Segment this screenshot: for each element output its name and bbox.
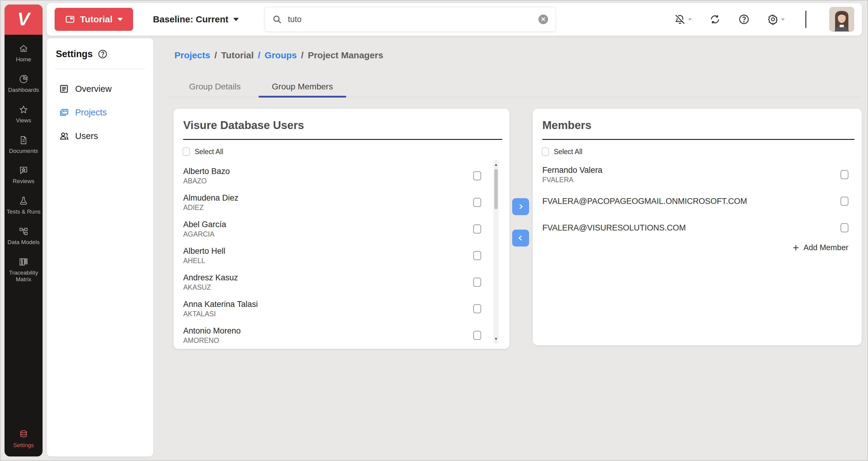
star-icon — [19, 105, 28, 115]
chevron-left-icon — [517, 234, 524, 242]
sidebar-item-label: Home — [16, 56, 31, 63]
visure-logo[interactable]: V — [4, 4, 42, 35]
refresh-button[interactable] — [709, 13, 721, 25]
user-name: Andresz Kasuz — [183, 273, 488, 283]
sidebar-item-data-models[interactable]: Data Models — [4, 227, 42, 246]
sidebar-item-label: Traceability Matrix — [4, 269, 42, 283]
pie-chart-icon — [19, 74, 28, 84]
app-window: V Home Dashboards Views Documents Review… — [0, 0, 868, 461]
settings-nav-overview[interactable]: Overview — [56, 77, 144, 100]
user-checkbox[interactable] — [473, 225, 481, 233]
clear-search-icon[interactable]: ✕ — [538, 15, 548, 24]
user-checkbox[interactable] — [473, 171, 481, 180]
members-panel: Members Select All Fernando Valera FVALE… — [533, 109, 862, 345]
breadcrumb-project-managers: Project Managers — [308, 50, 383, 60]
baseline-selector[interactable]: Baseline: Current — [153, 14, 239, 25]
sync-icon — [709, 13, 721, 25]
breadcrumb-separator: / — [301, 50, 304, 60]
member-name: FVALERA@PACOPAGEOGMAIL.ONMICROSOFT.COM — [542, 197, 747, 206]
user-row: Alberto Bazo ABAZO — [183, 163, 488, 189]
scrollbar-thumb[interactable] — [494, 169, 498, 209]
user-checkbox[interactable] — [473, 331, 481, 340]
user-checkbox[interactable] — [473, 198, 481, 207]
user-name: Anna Katerina Talasi — [183, 300, 488, 309]
user-name: Abel García — [183, 220, 488, 229]
breadcrumb: Projects / Tutorial / Groups / Project M… — [175, 50, 383, 60]
sidebar-item-tests-runs[interactable]: Tests & Runs — [4, 196, 42, 215]
plus-icon — [792, 244, 800, 252]
chevron-down-icon — [233, 18, 239, 21]
sidebar-items: Home Dashboards Views Documents Reviews … — [4, 35, 42, 457]
sidebar-item-reviews[interactable]: Reviews — [4, 166, 42, 184]
sidebar-item-dashboards[interactable]: Dashboards — [4, 74, 42, 93]
sidebar-item-documents[interactable]: Documents — [4, 135, 42, 154]
members-select-all-row: Select All — [542, 147, 583, 156]
move-to-members-button[interactable] — [512, 198, 529, 215]
member-checkbox[interactable] — [840, 197, 848, 206]
user-name: Antonio Moreno — [183, 326, 488, 336]
database-users-title: Visure Database Users — [183, 119, 304, 132]
user-checkbox[interactable] — [473, 304, 481, 313]
help-icon[interactable] — [97, 49, 108, 59]
user-name: Alberto Bazo — [183, 167, 488, 176]
settings-nav-label: Overview — [75, 84, 112, 94]
settings-menu-button[interactable] — [767, 13, 785, 25]
review-bubble-icon — [19, 166, 28, 175]
user-login: ABAZO — [183, 177, 488, 185]
help-button[interactable] — [738, 13, 750, 25]
document-icon — [19, 135, 28, 145]
divider — [55, 68, 146, 69]
scrollbar-down-arrow[interactable]: ▼ — [493, 337, 499, 341]
flask-icon — [19, 196, 28, 206]
sidebar-item-traceability-matrix[interactable]: Traceability Matrix — [4, 257, 42, 283]
avatar-image — [830, 7, 854, 31]
bell-off-icon — [674, 13, 686, 25]
user-row: Antonio Moreno AMORENO — [183, 322, 488, 349]
tab-group-members[interactable]: Group Members — [259, 77, 346, 96]
scrollbar-up-arrow[interactable]: ▲ — [493, 163, 499, 167]
topbar-divider — [805, 10, 806, 28]
breadcrumb-projects[interactable]: Projects — [175, 50, 210, 60]
active-tab-indicator — [259, 96, 346, 97]
tab-group-details[interactable]: Group Details — [171, 77, 259, 96]
member-row: Fernando Valera FVALERA — [542, 163, 862, 187]
matrix-icon — [19, 257, 28, 267]
user-login: AGARCIA — [183, 230, 488, 238]
main-sidebar: V Home Dashboards Views Documents Review… — [4, 4, 42, 457]
sidebar-item-settings[interactable]: Settings — [4, 430, 42, 449]
member-checkbox[interactable] — [840, 170, 848, 179]
sidebar-item-home[interactable]: Home — [4, 44, 42, 63]
user-row: Andresz Kasuz AKASUZ — [183, 269, 488, 295]
search-input[interactable] — [287, 15, 538, 25]
sidebar-item-label: Dashboards — [8, 87, 39, 93]
member-name: FVALERA@VISURESOLUTIONS.COM — [542, 223, 686, 233]
search-box: ✕ — [265, 7, 556, 32]
sidebar-item-views[interactable]: Views — [4, 105, 42, 124]
member-checkbox[interactable] — [840, 223, 848, 232]
users-list-scrollbar[interactable]: ▲ ▼ — [493, 160, 499, 343]
visure-logo-letter: V — [17, 10, 30, 28]
sidebar-item-label: Documents — [9, 148, 38, 154]
member-row: FVALERA@PACOPAGEOGMAIL.ONMICROSOFT.COM — [542, 194, 862, 208]
add-member-button[interactable]: Add Member — [792, 243, 848, 252]
remove-from-members-button[interactable] — [512, 230, 529, 247]
members-title: Members — [542, 119, 591, 132]
data-model-icon — [19, 227, 28, 236]
add-member-label: Add Member — [803, 243, 848, 252]
members-select-all-label: Select All — [554, 148, 583, 156]
notifications-toggle[interactable] — [674, 13, 692, 25]
user-avatar[interactable] — [829, 7, 854, 32]
users-select-all-checkbox[interactable] — [183, 147, 190, 156]
breadcrumb-groups[interactable]: Groups — [265, 50, 297, 60]
user-checkbox[interactable] — [473, 278, 481, 287]
members-select-all-checkbox[interactable] — [542, 147, 549, 156]
user-login: AKASUZ — [183, 283, 488, 291]
users-icon — [59, 131, 69, 141]
sidebar-item-label: Tests & Runs — [7, 208, 40, 215]
settings-nav-projects[interactable]: Projects — [56, 100, 144, 124]
user-checkbox[interactable] — [473, 251, 481, 260]
database-icon — [19, 430, 28, 439]
projects-icon — [59, 107, 69, 117]
project-selector-button[interactable]: Tutorial — [55, 8, 133, 31]
settings-nav-users[interactable]: Users — [56, 124, 144, 148]
